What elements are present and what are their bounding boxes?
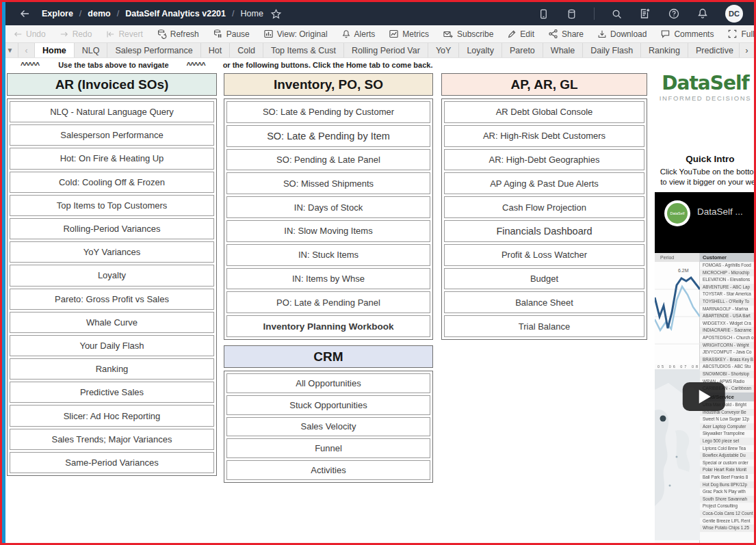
nav-button[interactable]: Your Daily Flash: [10, 335, 214, 356]
thumbnail-peak-value: 6.2M: [678, 268, 689, 273]
data-source-icon[interactable]: [566, 8, 577, 20]
nav-button[interactable]: IN: Items by Whse: [226, 268, 430, 290]
tab-scroll-right-icon[interactable]: ›: [739, 43, 754, 57]
nav-button[interactable]: IN: Days of Stock: [226, 196, 430, 218]
sheet-tab[interactable]: Ranking: [641, 43, 688, 57]
thumbnail-product-row: South Shore Savannah: [700, 496, 754, 503]
sheet-tab-bar: ▼ ‹ HomeNLQSalesp PerformanceHotColdTop …: [2, 43, 754, 58]
nav-button[interactable]: Budget: [444, 268, 644, 290]
nav-button[interactable]: Whale Curve: [10, 312, 214, 333]
nav-button[interactable]: Salesperson Performance: [10, 124, 214, 146]
tab-scroll-left-icon[interactable]: ‹: [18, 43, 35, 57]
nav-button[interactable]: Trial Balance: [444, 315, 644, 337]
section-inventory-po-so: Inventory, PO, SO SO: Late & Pending by …: [224, 73, 433, 483]
nav-button[interactable]: NLQ - Natural Language Query: [10, 101, 214, 122]
nav-button[interactable]: Cold: Cooling Off & Frozen: [10, 172, 214, 193]
nav-button[interactable]: PO: Late & Pending Panel: [226, 291, 430, 313]
sheet-tab[interactable]: Daily Flash: [583, 43, 641, 57]
nav-button[interactable]: Same-Period Variances: [10, 452, 214, 473]
toolbar-item[interactable]: Revert: [99, 25, 149, 42]
sheet-tab[interactable]: Whale: [543, 43, 583, 57]
sheet-tab[interactable]: Top Items & Cust: [263, 43, 344, 57]
sheet-tab[interactable]: NLQ: [75, 43, 108, 57]
nav-button[interactable]: IN: Stuck Items: [226, 244, 430, 266]
download-icon: [597, 29, 607, 39]
sheet-tab[interactable]: Hot: [201, 43, 230, 57]
nav-button[interactable]: AP Aging & Past Due Alerts: [444, 172, 644, 194]
thumbnail-customer-row: SNOWMOBI - Shortstop: [700, 371, 754, 378]
nav-button[interactable]: Top Items to Top Customers: [10, 195, 214, 216]
share-icon: [548, 29, 558, 39]
thumbnail-product-row: Whse Potato Chips 1.25: [700, 524, 754, 532]
nav-button[interactable]: Rolling-Period Variances: [10, 218, 214, 239]
toolbar-item[interactable]: Pause: [206, 25, 257, 42]
nav-button[interactable]: Inventory Planning Workbook: [226, 315, 430, 337]
nav-button[interactable]: Funnel: [226, 438, 430, 458]
nav-button[interactable]: Pareto: Gross Profit vs Sales: [10, 289, 214, 310]
nav-button[interactable]: AR Debt Global Console: [444, 101, 644, 123]
nav-button[interactable]: All Opportunities: [226, 373, 430, 393]
nav-button[interactable]: IN: Slow Moving Items: [226, 220, 430, 242]
youtube-embed[interactable]: DataSelf DataSelf ... Period: [655, 192, 754, 543]
toolbar-item-label: Pause: [226, 29, 250, 39]
nav-button[interactable]: Ranking: [10, 358, 214, 380]
youtube-play-button[interactable]: [682, 382, 725, 411]
nav-button[interactable]: Sales Trends; Major Variances: [10, 429, 214, 450]
sheet-tab[interactable]: Rolling Period Var: [344, 43, 428, 57]
nav-button[interactable]: AR: High-Risk Debt Customers: [444, 125, 644, 147]
sheet-tab[interactable]: Pareto: [502, 43, 543, 57]
channel-avatar[interactable]: DataSelf: [664, 200, 690, 226]
custom-views-icon[interactable]: [639, 8, 651, 20]
back-arrow-icon[interactable]: [18, 8, 31, 20]
toolbar-item[interactable]: Edit: [500, 25, 541, 42]
nav-button[interactable]: SO: Late & Pending by Customer: [226, 101, 430, 123]
nav-button[interactable]: Predictive Sales: [10, 382, 214, 403]
favorite-star-icon[interactable]: [270, 8, 282, 20]
nav-button[interactable]: AR: High-Debt Geographies: [444, 149, 644, 171]
toolbar-item[interactable]: Redo: [53, 25, 99, 42]
breadcrumb-workbook[interactable]: DataSelf Analytics v2201: [125, 9, 226, 18]
sheet-tab[interactable]: Predictive: [688, 43, 739, 57]
nav-button[interactable]: Profit & Loss Watcher: [444, 244, 644, 266]
nav-button[interactable]: Loyalty: [10, 265, 214, 286]
nav-button[interactable]: Activities: [226, 460, 430, 480]
nav-button[interactable]: Stuck Opportunities: [226, 395, 430, 415]
nav-button[interactable]: Sales Velocity: [226, 417, 430, 437]
toolbar-item[interactable]: Undo: [6, 25, 53, 42]
toolbar-item[interactable]: Download: [590, 25, 653, 42]
toolbar-item[interactable]: Subscribe: [436, 25, 500, 42]
toolbar-item[interactable]: Refresh: [150, 25, 206, 42]
app-window: Explore / demo / DataSelf Analytics v220…: [0, 0, 756, 545]
breadcrumb-explore[interactable]: Explore: [42, 9, 73, 18]
toolbar-item[interactable]: Metrics: [382, 25, 436, 42]
notifications-bell-icon[interactable]: [696, 8, 709, 20]
toolbar-item[interactable]: Comments: [653, 25, 720, 42]
toolbar-item[interactable]: Share: [541, 25, 590, 42]
thumbnail-axis-labels: 05 06 07 08 09 10: [655, 364, 699, 369]
search-icon[interactable]: [611, 8, 623, 20]
sheet-tab[interactable]: Loyalty: [459, 43, 502, 57]
thumbnail-product-row: Grac Pack N Play with: [700, 488, 754, 496]
video-title[interactable]: DataSelf ...: [697, 207, 743, 217]
nav-button[interactable]: Slicer: Ad Hoc Reporting: [10, 405, 214, 426]
toolbar-item[interactable]: View: Original: [257, 25, 335, 42]
sheet-tab[interactable]: Salesp Performance: [107, 43, 200, 57]
breadcrumb-project[interactable]: demo: [88, 9, 110, 18]
mobile-preview-icon[interactable]: [538, 8, 549, 20]
help-icon[interactable]: [668, 8, 680, 20]
nav-button[interactable]: Hot: On Fire & Heating Up: [10, 148, 214, 169]
nav-button[interactable]: Cash Flow Projection: [444, 196, 644, 218]
toolbar-item[interactable]: Alerts: [335, 25, 382, 42]
nav-button[interactable]: SO: Late & Pending by Item: [226, 125, 430, 147]
nav-button[interactable]: Balance Sheet: [444, 291, 644, 313]
user-avatar[interactable]: DC: [725, 5, 743, 23]
nav-button[interactable]: SO: Missed Shipments: [226, 172, 430, 194]
nav-button[interactable]: SO: Pending & Late Panel: [226, 149, 430, 171]
sheet-tab[interactable]: YoY: [428, 43, 459, 57]
sheet-tab[interactable]: Home: [35, 43, 75, 57]
sheet-tab[interactable]: Cold: [230, 43, 263, 57]
comments-icon: [660, 29, 670, 39]
toolbar-item[interactable]: Full Screen: [720, 25, 756, 42]
nav-button[interactable]: Financials Dashboard: [444, 220, 644, 242]
nav-button[interactable]: YoY Variances: [10, 241, 214, 263]
